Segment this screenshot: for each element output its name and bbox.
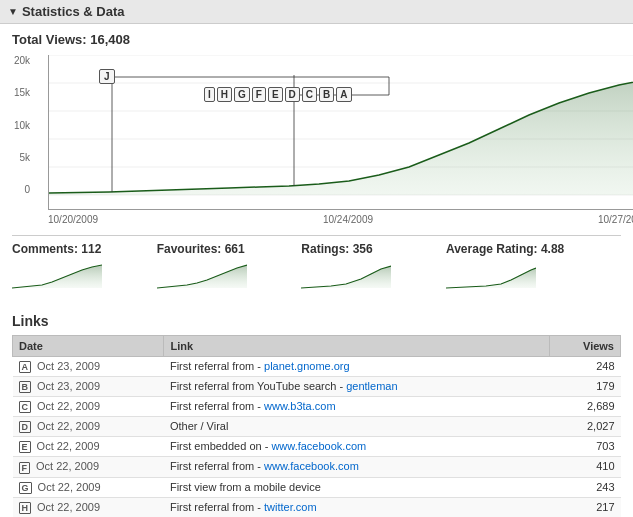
- col-date: Date: [13, 336, 164, 357]
- link-cell: First referral from YouTube search - gen…: [164, 377, 550, 397]
- annotation-a: A: [336, 87, 351, 102]
- col-link: Link: [164, 336, 550, 357]
- section-title: Statistics & Data: [22, 4, 125, 19]
- links-table: Date Link Views A Oct 23, 2009First refe…: [12, 335, 621, 517]
- date-cell: H Oct 22, 2009: [13, 497, 164, 517]
- date-cell: A Oct 23, 2009: [13, 357, 164, 377]
- mini-stats-row: Comments: 112 Favourites: 661 Ratings: 3…: [12, 235, 621, 293]
- views-cell: 410: [550, 457, 621, 477]
- row-id-label: H: [19, 502, 32, 514]
- table-row: F Oct 22, 2009First referral from - www.…: [13, 457, 621, 477]
- views-cell: 703: [550, 437, 621, 457]
- annotation-j: J: [99, 69, 115, 84]
- row-id-label: A: [19, 361, 32, 373]
- row-id-label: B: [19, 381, 32, 393]
- date-cell: E Oct 22, 2009: [13, 437, 164, 457]
- table-row: C Oct 22, 2009First referral from - www.…: [13, 397, 621, 417]
- links-title: Links: [12, 313, 621, 329]
- annotation-f: F: [252, 87, 266, 102]
- link-cell: First referral from - twitter.com: [164, 497, 550, 517]
- date-cell: G Oct 22, 2009: [13, 477, 164, 497]
- ratings-stat: Ratings: 356: [301, 242, 436, 293]
- annotation-h: H: [217, 87, 232, 102]
- link-url[interactable]: www.b3ta.com: [264, 400, 336, 412]
- annotation-g: G: [234, 87, 250, 102]
- average-rating-label: Average Rating: 4.88: [446, 242, 621, 256]
- annotation-i: I: [204, 87, 215, 102]
- date-cell: F Oct 22, 2009: [13, 457, 164, 477]
- links-section: Links Date Link Views A Oct 23, 2009Firs…: [0, 313, 633, 517]
- link-url[interactable]: www.facebook.com: [264, 460, 359, 472]
- y-label-10k: 10k: [14, 120, 30, 131]
- link-cell: First view from a mobile device: [164, 477, 550, 497]
- x-label-2: 10/24/2009: [323, 214, 373, 225]
- date-cell: C Oct 22, 2009: [13, 397, 164, 417]
- link-url[interactable]: twitter.com: [264, 501, 317, 513]
- table-row: H Oct 22, 2009First referral from - twit…: [13, 497, 621, 517]
- average-rating-stat: Average Rating: 4.88: [446, 242, 621, 293]
- y-label-15k: 15k: [14, 87, 30, 98]
- table-row: B Oct 23, 2009First referral from YouTub…: [13, 377, 621, 397]
- annotation-c: C: [302, 87, 317, 102]
- favourites-stat: Favourites: 661: [157, 242, 292, 293]
- comments-stat: Comments: 112: [12, 242, 147, 293]
- date-cell: D Oct 22, 2009: [13, 417, 164, 437]
- link-cell: Other / Viral: [164, 417, 550, 437]
- views-cell: 243: [550, 477, 621, 497]
- section-header: ▼ Statistics & Data: [0, 0, 633, 24]
- ratings-label: Ratings: 356: [301, 242, 436, 256]
- y-label-0: 0: [14, 184, 30, 195]
- annotation-e: E: [268, 87, 283, 102]
- link-url[interactable]: www.facebook.com: [271, 440, 366, 452]
- col-views: Views: [550, 336, 621, 357]
- table-row: D Oct 22, 2009Other / Viral2,027: [13, 417, 621, 437]
- views-cell: 217: [550, 497, 621, 517]
- annotation-b: B: [319, 87, 334, 102]
- comments-label: Comments: 112: [12, 242, 147, 256]
- row-id-label: F: [19, 462, 31, 474]
- chart-area: J I H G F E D C B A: [48, 55, 633, 210]
- date-cell: B Oct 23, 2009: [13, 377, 164, 397]
- x-label-3: 10/27/2009: [598, 214, 633, 225]
- views-cell: 179: [550, 377, 621, 397]
- views-cell: 248: [550, 357, 621, 377]
- y-label-20k: 20k: [14, 55, 30, 66]
- total-views: Total Views: 16,408: [12, 32, 621, 47]
- x-axis-labels: 10/20/2009 10/24/2009 10/27/2009: [48, 214, 633, 225]
- triangle-icon: ▼: [8, 6, 18, 17]
- link-cell: First referral from - www.b3ta.com: [164, 397, 550, 417]
- link-url[interactable]: planet.gnome.org: [264, 360, 350, 372]
- link-url[interactable]: gentleman: [346, 380, 397, 392]
- link-cell: First referral from - www.facebook.com: [164, 457, 550, 477]
- favourites-label: Favourites: 661: [157, 242, 292, 256]
- table-row: E Oct 22, 2009First embedded on - www.fa…: [13, 437, 621, 457]
- table-row: A Oct 23, 2009First referral from - plan…: [13, 357, 621, 377]
- table-row: G Oct 22, 2009First view from a mobile d…: [13, 477, 621, 497]
- row-id-label: E: [19, 441, 31, 453]
- row-id-label: G: [19, 482, 32, 494]
- row-id-label: C: [19, 401, 32, 413]
- link-cell: First embedded on - www.facebook.com: [164, 437, 550, 457]
- views-cell: 2,689: [550, 397, 621, 417]
- y-label-5k: 5k: [14, 152, 30, 163]
- link-cell: First referral from - planet.gnome.org: [164, 357, 550, 377]
- x-label-1: 10/20/2009: [48, 214, 98, 225]
- views-cell: 2,027: [550, 417, 621, 437]
- annotation-d: D: [285, 87, 300, 102]
- row-id-label: D: [19, 421, 32, 433]
